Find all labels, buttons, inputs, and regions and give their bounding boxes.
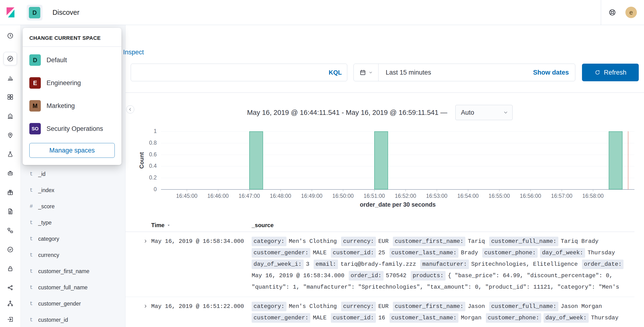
inspect-link[interactable]: Inspect (123, 49, 144, 56)
nav-item-map-pin[interactable] (4, 128, 17, 142)
field-item-customer_id[interactable]: tcustomer_id (20, 312, 125, 327)
field-value: 3 (306, 261, 309, 267)
field-item-_id[interactable]: t_id (20, 166, 125, 182)
time-range-label[interactable]: Last 15 minutes (386, 69, 431, 76)
nav-item-exit-arrow[interactable] (4, 313, 17, 326)
field-item-category[interactable]: tcategory (20, 231, 125, 247)
field-badge: products: (411, 271, 446, 281)
manage-spaces-button[interactable]: Manage spaces (29, 143, 115, 158)
refresh-icon (594, 69, 600, 75)
field-name: customer_full_name (38, 284, 88, 291)
kql-toggle-button[interactable]: KQL (329, 69, 342, 76)
field-badge: currency: (341, 237, 376, 246)
space-item-engineering[interactable]: EEngineering (23, 71, 122, 94)
field-item-customer_first_name[interactable]: tcustomer_first_name (20, 263, 125, 279)
field-value: Tariq Brady (561, 238, 598, 245)
field-name: customer_gender (38, 301, 81, 307)
sort-down-icon (166, 223, 171, 227)
nav-item-hierarchy[interactable] (4, 224, 17, 237)
change-space-popover: CHANGE CURRENT SPACE DDefaultEEngineerin… (23, 28, 122, 165)
histogram-plot: 00.20.40.60.8116:45:0016:46:0016:47:0016… (161, 131, 634, 189)
space-item-default[interactable]: DDefault (23, 49, 122, 71)
field-value: Spritechnologies, Elitelligence (471, 261, 578, 267)
field-item-_index[interactable]: t_index (20, 182, 125, 198)
field-type-icon: t (28, 171, 34, 177)
field-name: category (38, 236, 59, 242)
space-item-security-operations[interactable]: SOSecurity Operations (23, 117, 122, 140)
chevron-left-icon (128, 107, 133, 112)
kibana-logo-mark-icon (5, 7, 16, 18)
chevron-down-icon (368, 70, 373, 75)
hierarchy-icon (7, 227, 14, 234)
histogram-bar[interactable] (249, 131, 263, 189)
expand-row-button[interactable] (142, 303, 149, 310)
field-badge: customer_id: (331, 248, 376, 258)
field-badge: customer_full_name: (489, 237, 558, 246)
field-item-customer_gender[interactable]: tcustomer_gender (20, 296, 125, 312)
calendar-dropdown-button[interactable] (354, 64, 378, 81)
collapse-chart-button[interactable] (126, 105, 134, 113)
row-left-pad (125, 236, 142, 293)
date-picker: Last 15 minutes Show dates (354, 64, 575, 81)
field-value: 25 (378, 250, 385, 256)
nav-item-gift[interactable] (4, 186, 17, 199)
field-value: Thursday (588, 250, 615, 256)
row-left-pad (125, 301, 142, 324)
nav-item-building[interactable] (4, 109, 17, 123)
chart-title: May 16, 2019 @ 16:44:11.541 - May 16, 20… (247, 109, 448, 117)
histogram-bar[interactable] (609, 131, 622, 189)
doc-source-cell: category:Men's Clothingcurrency:EURcusto… (252, 236, 634, 293)
nav-item-clock[interactable] (4, 29, 17, 42)
x-tick-mark (468, 189, 468, 191)
field-badge: manufacturer: (420, 260, 469, 269)
kibana-logo-icon[interactable] (5, 7, 16, 18)
x-tick-mark (593, 189, 593, 191)
refresh-button-label: Refresh (604, 69, 626, 76)
nav-item-compass[interactable] (4, 52, 17, 65)
nav-item-fork[interactable] (4, 297, 17, 310)
nav-item-grid[interactable] (4, 90, 17, 104)
clock-icon (7, 32, 14, 39)
doc-time-cell: May 16, 2019 @ 16:58:34.000 (151, 236, 252, 293)
app-menu: Inspect (123, 46, 144, 59)
nav-item-lock[interactable] (4, 262, 17, 275)
field-item-_type[interactable]: t_type (20, 215, 125, 231)
field-item-_score[interactable]: #_score (20, 198, 125, 215)
field-item-customer_full_name[interactable]: tcustomer_full_name (20, 279, 125, 296)
table-row: May 16, 2019 @ 16:58:34.000category:Men'… (125, 232, 634, 297)
gridline (161, 178, 634, 178)
interval-select[interactable]: Auto (455, 105, 512, 120)
field-type-icon: t (28, 317, 34, 323)
histogram-bar[interactable] (374, 131, 388, 189)
time-header-label: Time (151, 222, 164, 229)
search-input[interactable]: KQL (131, 64, 347, 81)
nav-item-bar-chart[interactable] (4, 71, 17, 85)
field-value: Men's Clothing (289, 303, 337, 310)
nav-item-share-nodes[interactable] (4, 281, 17, 294)
refresh-button[interactable]: Refresh (582, 64, 639, 81)
field-value: MALE (313, 315, 326, 321)
field-value: MALE (313, 250, 326, 256)
field-item-currency[interactable]: tcurrency (20, 247, 125, 263)
user-avatar[interactable]: e (626, 7, 637, 18)
grid-icon (7, 93, 14, 101)
help-button[interactable] (608, 8, 616, 16)
expand-row-button[interactable] (142, 238, 149, 245)
show-dates-link[interactable]: Show dates (533, 69, 569, 76)
x-tick-mark (437, 189, 437, 191)
field-badge: customer_full_name: (489, 302, 558, 311)
nav-item-check-circle[interactable] (4, 243, 17, 256)
nav-item-document[interactable] (4, 205, 17, 218)
chevron-right-icon (143, 239, 148, 244)
source-column-header: _source (252, 222, 634, 229)
field-name: currency (38, 252, 59, 258)
field-badge: category: (252, 237, 286, 246)
space-item-marketing[interactable]: MMarketing (23, 94, 122, 117)
field-badge: customer_phone: (482, 248, 538, 258)
space-selector-button[interactable]: D (27, 5, 42, 20)
nav-item-flask[interactable] (4, 148, 17, 161)
nav-item-robot[interactable] (4, 167, 17, 180)
time-column-header[interactable]: Time (151, 222, 252, 229)
table-header: Time _source (125, 219, 634, 232)
field-type-icon: t (28, 220, 34, 226)
